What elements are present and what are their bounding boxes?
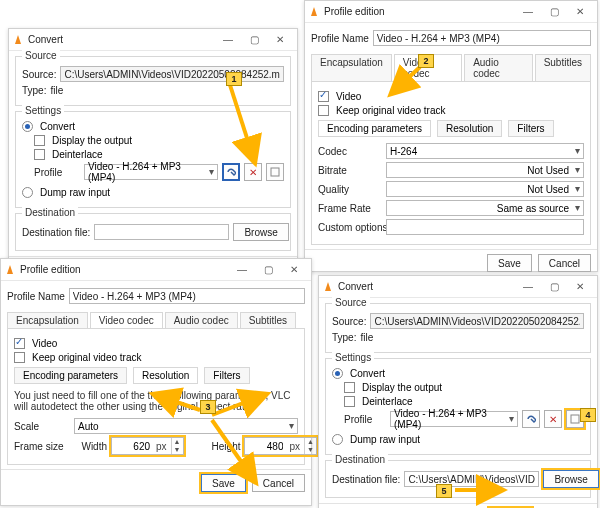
codec-combo[interactable]: H-264 xyxy=(386,143,584,159)
close-icon[interactable]: ✕ xyxy=(567,281,593,292)
subtab-encoding[interactable]: Encoding parameters xyxy=(318,120,431,137)
source-input[interactable] xyxy=(60,66,284,82)
dump-raw-radio[interactable] xyxy=(22,187,33,198)
dest-file-input[interactable] xyxy=(404,471,539,487)
profile-combo[interactable]: Video - H.264 + MP3 (MP4) xyxy=(84,164,218,180)
custom-input[interactable] xyxy=(386,219,584,235)
framerate-combo[interactable]: Same as source xyxy=(386,200,584,216)
maximize-icon[interactable]: ▢ xyxy=(255,264,281,275)
sub-tabs: Encoding parameters Resolution Filters xyxy=(318,120,584,137)
display-output-checkbox[interactable] xyxy=(34,135,45,146)
minimize-icon[interactable]: — xyxy=(515,281,541,292)
video-checkbox[interactable] xyxy=(14,338,25,349)
new-profile-button[interactable] xyxy=(266,163,284,181)
height-input[interactable] xyxy=(245,438,285,454)
subtab-resolution[interactable]: Resolution xyxy=(437,120,502,137)
close-icon[interactable]: ✕ xyxy=(281,264,307,275)
convert-radio[interactable] xyxy=(332,368,343,379)
tab-encapsulation[interactable]: Encapsulation xyxy=(311,54,392,81)
source-input[interactable] xyxy=(370,313,584,329)
subtab-encoding[interactable]: Encoding parameters xyxy=(14,367,127,384)
svg-marker-0 xyxy=(15,35,21,44)
tab-body: Video Keep original video track Encoding… xyxy=(7,328,305,465)
profile-combo[interactable]: Video - H.264 + MP3 (MP4) xyxy=(390,411,518,427)
width-spinner[interactable]: px ▲▼ xyxy=(111,437,184,455)
profile-name-input[interactable] xyxy=(373,30,591,46)
tab-subtitles[interactable]: Subtitles xyxy=(240,312,296,328)
window-title: Profile edition xyxy=(20,264,229,275)
vlc-cone-icon xyxy=(5,265,15,275)
save-button[interactable]: Save xyxy=(487,254,532,272)
titlebar[interactable]: Profile edition — ▢ ✕ xyxy=(1,259,311,281)
destination-group: Destination Destination file: Browse xyxy=(325,460,591,498)
dump-raw-label: Dump raw input xyxy=(40,187,110,198)
minimize-icon[interactable]: — xyxy=(215,34,241,45)
deinterlace-checkbox[interactable] xyxy=(34,149,45,160)
profile-name-label: Profile Name xyxy=(7,291,65,302)
window-title: Profile edition xyxy=(324,6,515,17)
browse-button[interactable]: Browse xyxy=(543,470,598,488)
delete-profile-button[interactable]: ✕ xyxy=(544,410,562,428)
quality-label: Quality xyxy=(318,184,382,195)
svg-rect-1 xyxy=(271,168,279,176)
profile-edition-window-1: Profile edition — ▢ ✕ Profile Name Encap… xyxy=(304,0,598,272)
delete-profile-button[interactable]: ✕ xyxy=(244,163,262,181)
minimize-icon[interactable]: — xyxy=(515,6,541,17)
width-input[interactable] xyxy=(112,438,152,454)
tab-subtitles[interactable]: Subtitles xyxy=(535,54,591,81)
dialog-footer: Save Cancel xyxy=(1,469,311,496)
edit-profile-button[interactable] xyxy=(522,410,540,428)
new-profile-button[interactable] xyxy=(566,410,584,428)
maximize-icon[interactable]: ▢ xyxy=(541,281,567,292)
height-spinner[interactable]: px ▲▼ xyxy=(244,437,317,455)
svg-marker-3 xyxy=(7,265,13,274)
edit-profile-button[interactable] xyxy=(222,163,240,181)
close-icon[interactable]: ✕ xyxy=(567,6,593,17)
deinterlace-checkbox[interactable] xyxy=(344,396,355,407)
bitrate-combo[interactable]: Not Used xyxy=(386,162,584,178)
browse-button[interactable]: Browse xyxy=(233,223,288,241)
dest-file-input[interactable] xyxy=(94,224,229,240)
tab-video-codec[interactable]: Video codec xyxy=(90,312,163,328)
custom-label: Custom options xyxy=(318,222,382,233)
titlebar[interactable]: Convert — ▢ ✕ xyxy=(9,29,297,51)
bitrate-label: Bitrate xyxy=(318,165,382,176)
profile-label: Profile xyxy=(344,414,386,425)
spinner-arrows-icon[interactable]: ▲▼ xyxy=(171,438,183,454)
convert-radio[interactable] xyxy=(22,121,33,132)
minimize-icon[interactable]: — xyxy=(229,264,255,275)
subtab-filters[interactable]: Filters xyxy=(508,120,553,137)
quality-combo[interactable]: Not Used xyxy=(386,181,584,197)
dialog-footer: Save Cancel xyxy=(305,249,597,276)
titlebar[interactable]: Profile edition — ▢ ✕ xyxy=(305,1,597,23)
maximize-icon[interactable]: ▢ xyxy=(241,34,267,45)
settings-legend: Settings xyxy=(332,352,374,363)
spinner-arrows-icon[interactable]: ▲▼ xyxy=(304,438,316,454)
video-checkbox[interactable] xyxy=(318,91,329,102)
save-button[interactable]: Save xyxy=(201,474,246,492)
tab-audio-codec[interactable]: Audio codec xyxy=(165,312,238,328)
cancel-button[interactable]: Cancel xyxy=(538,254,591,272)
type-label: Type: xyxy=(332,332,356,343)
subtab-filters[interactable]: Filters xyxy=(204,367,249,384)
tab-encapsulation[interactable]: Encapsulation xyxy=(7,312,88,328)
keep-original-label: Keep original video track xyxy=(336,105,446,116)
cancel-button[interactable]: Cancel xyxy=(252,474,305,492)
titlebar[interactable]: Convert — ▢ ✕ xyxy=(319,276,597,298)
tab-video-codec[interactable]: Video codec xyxy=(394,54,462,81)
dump-raw-radio[interactable] xyxy=(332,434,343,445)
convert-window-1: Convert — ▢ ✕ Source Source: Type: file … xyxy=(8,28,298,284)
keep-original-checkbox[interactable] xyxy=(318,105,329,116)
keep-original-checkbox[interactable] xyxy=(14,352,25,363)
tab-audio-codec[interactable]: Audio codec xyxy=(464,54,533,81)
source-label: Source: xyxy=(332,316,366,327)
dialog-footer: Start Cancel xyxy=(319,503,597,508)
scale-combo[interactable]: Auto xyxy=(74,418,298,434)
subtab-resolution[interactable]: Resolution xyxy=(133,367,198,384)
close-icon[interactable]: ✕ xyxy=(267,34,293,45)
maximize-icon[interactable]: ▢ xyxy=(541,6,567,17)
height-label: Height xyxy=(212,441,241,452)
display-output-checkbox[interactable] xyxy=(344,382,355,393)
window-title: Convert xyxy=(28,34,215,45)
profile-name-input[interactable] xyxy=(69,288,305,304)
